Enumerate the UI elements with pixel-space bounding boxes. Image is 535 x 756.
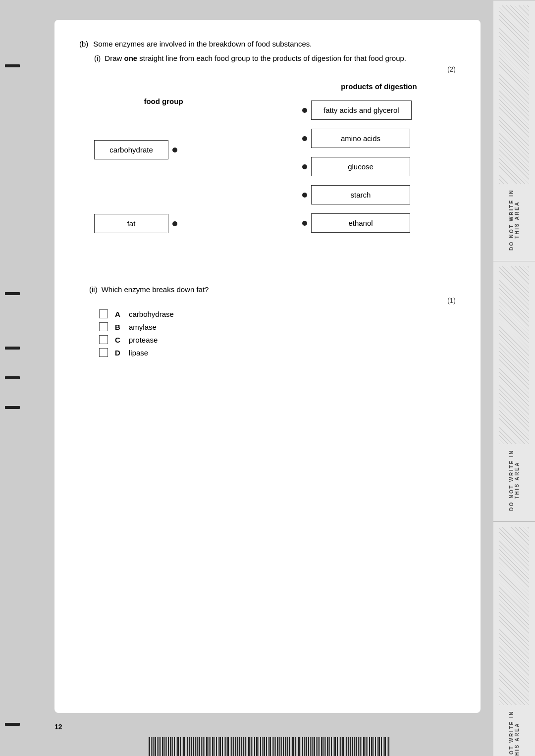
crosshatch-2 <box>499 266 529 445</box>
left-margin-marks <box>0 0 27 756</box>
svg-rect-59 <box>262 737 263 756</box>
svg-rect-62 <box>268 737 268 756</box>
question-b-text: Some enzymes are involved in the breakdo… <box>93 40 312 48</box>
option-b-text: amylase <box>129 323 157 331</box>
svg-rect-121 <box>381 737 382 756</box>
matching-diagram: food group carbohydrate fat <box>94 82 456 270</box>
checkbox-a[interactable] <box>99 309 108 318</box>
question-ii-header: (ii) Which enzyme breaks down fat? <box>89 285 456 294</box>
svg-rect-60 <box>264 737 265 756</box>
svg-rect-5 <box>159 737 160 756</box>
svg-rect-10 <box>168 737 169 756</box>
question-ii-block: (ii) Which enzyme breaks down fat? (1) A… <box>89 285 456 357</box>
svg-rect-42 <box>230 737 230 756</box>
svg-rect-17 <box>182 737 182 756</box>
svg-rect-64 <box>272 737 272 756</box>
svg-rect-100 <box>340 737 341 756</box>
svg-rect-71 <box>285 737 286 756</box>
sidebar-text-3: DO NOT WRITE IN THIS AREA <box>509 705 520 756</box>
amino-acids-dot <box>302 136 307 141</box>
svg-rect-124 <box>387 737 387 756</box>
carbohydrate-label: carbohydrate <box>109 146 153 154</box>
svg-rect-73 <box>289 737 290 756</box>
svg-rect-81 <box>304 737 305 756</box>
svg-rect-114 <box>368 737 368 756</box>
question-ii-text: Which enzyme breaks down fat? <box>102 285 209 294</box>
svg-rect-98 <box>337 737 338 756</box>
sidebar-text-2: DO NOT WRITE IN THIS AREA <box>509 444 520 516</box>
mc-option-d[interactable]: D lipase <box>99 348 456 357</box>
svg-rect-80 <box>302 737 303 756</box>
ethanol-box: ethanol <box>311 213 410 233</box>
product-item-fatty-acids: fatty acids and glycerol <box>302 101 412 120</box>
svg-rect-70 <box>283 737 284 756</box>
question-b-header: (b) Some enzymes are involved in the bre… <box>79 40 456 48</box>
svg-rect-8 <box>164 737 165 756</box>
carbohydrate-box: carbohydrate <box>94 140 168 159</box>
sidebar-text-1: DO NOT WRITE IN THIS AREA <box>509 184 520 256</box>
svg-rect-36 <box>218 737 218 756</box>
product-item-glucose: glucose <box>302 157 410 176</box>
svg-rect-113 <box>366 737 367 756</box>
option-a-text: carbohydrase <box>129 310 174 318</box>
svg-rect-67 <box>277 737 278 756</box>
page-footer: 12 <box>54 723 481 756</box>
barcode-image <box>144 735 391 756</box>
svg-rect-50 <box>245 737 246 756</box>
fatty-acids-box: fatty acids and glycerol <box>311 101 412 120</box>
option-d-letter: D <box>115 349 123 357</box>
svg-rect-45 <box>235 737 236 756</box>
svg-rect-34 <box>214 737 215 756</box>
svg-rect-115 <box>369 737 370 756</box>
product-item-starch: starch <box>302 185 410 204</box>
checkbox-c[interactable] <box>99 335 108 344</box>
starch-box: starch <box>311 185 410 204</box>
mc-options-list: A carbohydrase B amylase C protease D li… <box>89 309 456 357</box>
marks-i: (2) <box>94 65 456 73</box>
svg-rect-89 <box>320 737 320 756</box>
svg-rect-116 <box>371 737 373 756</box>
margin-mark-6 <box>5 723 20 726</box>
svg-rect-16 <box>180 737 181 756</box>
amino-acids-box: amino acids <box>311 129 410 148</box>
svg-rect-1 <box>151 737 152 756</box>
svg-rect-6 <box>160 737 161 756</box>
sidebar-section-2: DO NOT WRITE IN THIS AREA <box>493 261 535 522</box>
mc-option-b[interactable]: B amylase <box>99 322 456 331</box>
svg-rect-39 <box>224 737 224 756</box>
svg-rect-99 <box>339 737 339 756</box>
svg-rect-74 <box>291 737 291 756</box>
svg-rect-63 <box>269 737 271 756</box>
svg-rect-97 <box>334 737 336 756</box>
checkbox-d[interactable] <box>99 348 108 357</box>
svg-rect-51 <box>247 737 247 756</box>
option-b-letter: B <box>115 323 123 331</box>
products-column: products of digestion fatty acids and gl… <box>302 82 456 242</box>
svg-rect-72 <box>287 737 288 756</box>
svg-rect-29 <box>205 737 205 756</box>
barcode-area: P 6 2 0 8 8 A 0 1 2 2 0 <box>54 735 481 756</box>
svg-rect-111 <box>362 737 362 756</box>
mc-option-a[interactable]: A carbohydrase <box>99 309 456 318</box>
svg-rect-49 <box>243 737 244 756</box>
products-header: products of digestion <box>302 82 456 91</box>
svg-rect-90 <box>321 737 322 756</box>
svg-rect-104 <box>348 737 349 756</box>
svg-rect-75 <box>292 737 294 756</box>
svg-rect-103 <box>346 737 347 756</box>
svg-rect-46 <box>237 737 238 756</box>
bold-one: one <box>124 54 138 62</box>
glucose-box: glucose <box>311 157 410 176</box>
fat-label: fat <box>127 219 136 228</box>
svg-rect-66 <box>275 737 276 756</box>
ethanol-dot <box>302 221 307 226</box>
page-number: 12 <box>54 723 62 731</box>
svg-rect-108 <box>356 737 357 756</box>
svg-rect-102 <box>345 737 345 756</box>
question-i-instruction: (i) Draw one straight line from each foo… <box>94 54 456 62</box>
question-b-label: (b) <box>79 40 88 48</box>
svg-rect-21 <box>189 737 190 756</box>
svg-rect-30 <box>206 737 208 756</box>
mc-option-c[interactable]: C protease <box>99 335 456 344</box>
checkbox-b[interactable] <box>99 322 108 331</box>
